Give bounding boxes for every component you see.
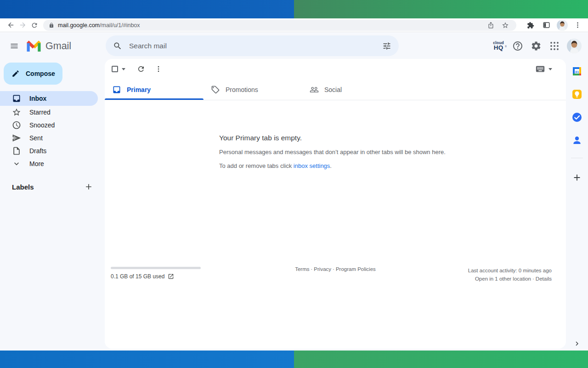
- sidebar-item-starred[interactable]: Starred: [0, 106, 98, 119]
- browser-reload-button[interactable]: [28, 19, 40, 31]
- browser-back-button[interactable]: [5, 19, 17, 31]
- reload-icon: [31, 22, 38, 29]
- inbox-settings-link[interactable]: inbox settings: [294, 162, 330, 169]
- chevron-down-icon: [12, 159, 21, 168]
- inbox-tabs: Primary Promotions Social: [105, 79, 566, 100]
- wallpaper-blue: [0, 0, 294, 18]
- url-path: /mail/u/1/#inbox: [100, 22, 140, 29]
- separator: ·: [532, 276, 534, 282]
- draft-icon: [12, 146, 21, 155]
- more-options-button[interactable]: [151, 62, 166, 76]
- settings-button[interactable]: [527, 37, 545, 55]
- primary-inbox-icon: [112, 85, 121, 94]
- main-menu-button[interactable]: [8, 40, 20, 52]
- hide-side-panel-button[interactable]: [572, 339, 582, 348]
- sidebar: Compose Inbox Starred Snoozed Sent: [0, 59, 105, 351]
- separator: ·: [333, 266, 334, 272]
- sidebar-item-inbox[interactable]: Inbox: [0, 91, 98, 106]
- gear-icon: [531, 40, 542, 52]
- input-method-caret-icon: [548, 68, 552, 70]
- forward-icon: [19, 21, 27, 29]
- storage-text: 0.1 GB of 15 GB used: [111, 273, 164, 280]
- plus-icon: [84, 182, 93, 191]
- empty-state-action: To add or remove tabs click inbox settin…: [219, 162, 446, 169]
- action-suffix: .: [330, 162, 332, 169]
- side-panel-button[interactable]: [540, 19, 552, 31]
- gmail-body: Compose Inbox Starred Snoozed Sent: [0, 59, 588, 351]
- account-avatar[interactable]: [567, 39, 582, 53]
- calendar-button[interactable]: [571, 66, 582, 77]
- sidebar-item-label: Inbox: [29, 95, 46, 102]
- extensions-button[interactable]: [525, 19, 537, 31]
- tasks-button[interactable]: [571, 112, 582, 123]
- browser-menu-button[interactable]: [571, 19, 583, 31]
- apps-grid-icon: [549, 40, 560, 52]
- google-tasks-icon: [571, 112, 582, 123]
- keyboard-icon: [535, 64, 545, 74]
- browser-toolbar: mail.google.com/mail/u/1/#inbox: [0, 18, 588, 32]
- support-button[interactable]: [509, 37, 527, 55]
- gmail-logo[interactable]: Gmail: [26, 40, 71, 52]
- get-add-ons-button[interactable]: [571, 172, 582, 183]
- tab-primary[interactable]: Primary: [105, 79, 204, 100]
- browser-forward-button[interactable]: [17, 19, 28, 31]
- gmail-app: Gmail cloud HQ ® Compose: [0, 33, 588, 351]
- sidebar-nav: Inbox Starred Snoozed Sent Drafts: [0, 91, 105, 170]
- contacts-button[interactable]: [571, 135, 582, 146]
- cloudhq-extension-button[interactable]: cloud HQ ®: [493, 41, 504, 51]
- share-button[interactable]: [485, 20, 496, 31]
- select-dropdown-caret-icon[interactable]: [122, 68, 125, 70]
- separator: ·: [311, 266, 313, 272]
- sidebar-item-drafts[interactable]: Drafts: [0, 144, 98, 157]
- tab-label: Primary: [127, 86, 151, 93]
- tab-label: Social: [324, 86, 342, 93]
- keep-button[interactable]: [571, 89, 582, 100]
- tab-social[interactable]: Social: [302, 79, 401, 100]
- terms-link[interactable]: Terms: [295, 266, 309, 272]
- select-all-control[interactable]: [112, 66, 125, 72]
- refresh-button[interactable]: [134, 62, 148, 76]
- activity-details-link[interactable]: Details: [536, 276, 552, 282]
- search-options-button[interactable]: [378, 37, 396, 55]
- action-prefix: To add or remove tabs click: [219, 162, 294, 169]
- side-panel-icon: [543, 21, 550, 29]
- input-method-selector[interactable]: [535, 64, 552, 74]
- privacy-link[interactable]: Privacy: [314, 266, 331, 272]
- promotions-tag-icon: [211, 85, 220, 94]
- sidebar-item-snoozed[interactable]: Snoozed: [0, 119, 98, 132]
- wallpaper-blue: [0, 351, 294, 368]
- open-in-new-icon[interactable]: [168, 273, 174, 280]
- compose-label: Compose: [26, 70, 55, 77]
- send-icon: [12, 133, 21, 143]
- lock-icon: [49, 23, 54, 28]
- tab-promotions[interactable]: Promotions: [204, 79, 302, 100]
- back-icon: [7, 21, 15, 29]
- storage-text-row: 0.1 GB of 15 GB used: [111, 273, 201, 280]
- google-apps-button[interactable]: [545, 37, 564, 55]
- header-actions: cloud HQ ®: [493, 37, 582, 55]
- sidebar-item-more[interactable]: More: [0, 157, 98, 170]
- desktop-wallpaper-top: [0, 0, 588, 18]
- compose-button[interactable]: Compose: [4, 63, 62, 85]
- select-all-checkbox[interactable]: [112, 66, 118, 72]
- avatar-image: [557, 20, 568, 31]
- pencil-icon: [11, 69, 20, 78]
- sidebar-item-sent[interactable]: Sent: [0, 132, 98, 144]
- cloudhq-text-bottom: HQ: [494, 45, 503, 51]
- bookmark-button[interactable]: [500, 20, 511, 31]
- clock-icon: [12, 121, 21, 130]
- search-bar: [106, 35, 399, 56]
- sidebar-item-label: Sent: [29, 134, 43, 142]
- create-label-button[interactable]: [82, 180, 95, 193]
- search-button[interactable]: [109, 37, 126, 55]
- gmail-header: Gmail cloud HQ ®: [0, 33, 588, 59]
- cloudhq-mark: ®: [505, 46, 507, 48]
- address-bar[interactable]: mail.google.com/mail/u/1/#inbox: [43, 20, 516, 31]
- bookmark-star-icon: [502, 22, 509, 29]
- search-input[interactable]: [126, 42, 378, 50]
- browser-profile-avatar[interactable]: [557, 20, 568, 31]
- google-calendar-icon: [571, 66, 582, 77]
- empty-state: Your Primary tab is empty. Personal mess…: [219, 134, 446, 169]
- program-policies-link[interactable]: Program Policies: [336, 266, 376, 272]
- google-keep-icon: [571, 89, 582, 100]
